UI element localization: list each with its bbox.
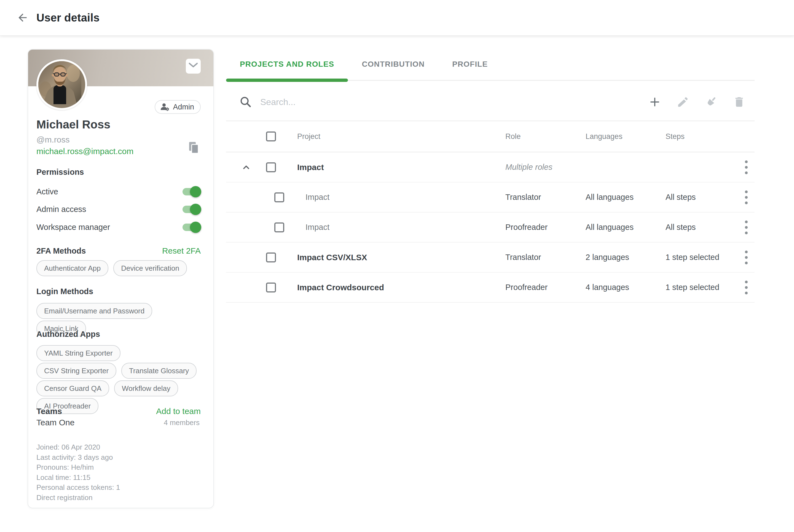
search-icon [239, 96, 252, 108]
kebab-menu-icon [745, 250, 748, 265]
twofa-chip: Authenticator App [36, 260, 108, 276]
permissions-title: Permissions [36, 168, 84, 177]
column-header-steps: Steps [665, 121, 738, 152]
chevron-up-icon [240, 162, 252, 173]
toggle-knob [190, 204, 201, 215]
row-checkbox[interactable] [266, 283, 276, 292]
admin-user-icon [160, 102, 170, 111]
languages-value: All languages [586, 193, 634, 202]
page-title: User details [36, 12, 99, 24]
toggle-label: Admin access [36, 205, 86, 214]
authorized-app-chip: CSV String Exporter [36, 363, 116, 379]
clean-button[interactable] [704, 95, 718, 109]
toggle-label: Workspace manager [36, 223, 110, 232]
row-menu-button[interactable] [740, 218, 752, 236]
languages-value: 2 languages [586, 253, 629, 262]
team-member-count: 4 members [164, 418, 200, 427]
toggle-label: Active [36, 187, 58, 196]
project-name: Impact CSV/XLSX [297, 253, 367, 262]
user-name: Michael Ross [36, 118, 110, 131]
authorized-app-chip: Workflow delay [114, 380, 178, 396]
row-menu-button[interactable] [740, 158, 752, 176]
meta-local-time: Local time: 11:15 [36, 473, 120, 483]
role-value: Multiple roles [505, 163, 552, 172]
trash-icon [733, 96, 745, 108]
copy-email-button[interactable] [187, 141, 200, 155]
row-checkbox[interactable] [274, 192, 284, 202]
delete-button[interactable] [733, 95, 746, 109]
project-name: Impact [297, 163, 324, 172]
row-menu-button[interactable] [740, 279, 752, 296]
kebab-menu-icon [745, 160, 748, 175]
meta-joined: Joined: 06 Apr 2020 [36, 442, 120, 452]
login-methods-title: Login Methods [36, 287, 93, 296]
column-header-languages: Languages [586, 121, 665, 152]
row-menu-button[interactable] [740, 249, 752, 266]
twofa-chips: Authenticator App Device verification [36, 260, 204, 276]
active-toggle[interactable] [183, 188, 201, 195]
send-email-button[interactable] [186, 59, 201, 74]
back-button[interactable] [16, 11, 29, 24]
clean-brush-icon [704, 95, 718, 109]
login-method-chip: Email/Username and Password [36, 303, 152, 319]
table-actions [648, 95, 746, 109]
steps-value: All steps [665, 223, 696, 232]
twofa-chip: Device verification [113, 260, 187, 276]
table-header: Project Role Languages Steps [226, 121, 755, 152]
meta-access-tokens: Personal access tokens: 1 [36, 482, 120, 493]
twofa-title: 2FA Methods [36, 246, 86, 255]
reset-2fa-link[interactable]: Reset 2FA [162, 246, 201, 255]
arrow-left-icon [17, 12, 29, 24]
user-email-link[interactable]: michael.ross@impact.com [36, 147, 133, 156]
role-value: Proofreader [505, 223, 548, 232]
authorized-apps-title: Authorized Apps [36, 330, 100, 339]
steps-value: All steps [665, 193, 696, 202]
add-to-team-link[interactable]: Add to team [156, 406, 201, 416]
edit-icon [677, 96, 689, 108]
languages-value: All languages [586, 223, 634, 232]
envelope-icon [187, 61, 199, 72]
table-row: Impact Crowdsourced Proofreader 4 langua… [226, 272, 755, 303]
avatar [36, 59, 87, 110]
kebab-menu-icon [745, 280, 748, 295]
tab-profile[interactable]: PROFILE [438, 49, 502, 80]
role-value: Translator [505, 253, 541, 262]
search-toolbar [226, 81, 755, 121]
row-checkbox[interactable] [266, 163, 276, 172]
app-header: User details [0, 0, 794, 36]
row-checkbox[interactable] [274, 223, 284, 232]
table-row: Impact Proofreader All languages All ste… [226, 212, 755, 243]
copy-icon [187, 141, 200, 155]
search-input[interactable] [260, 97, 648, 108]
edit-button[interactable] [676, 95, 689, 109]
row-checkbox[interactable] [266, 252, 276, 262]
toggle-knob [190, 186, 201, 197]
table-row: Impact CSV/XLSX Translator 2 languages 1… [226, 243, 755, 272]
kebab-menu-icon [745, 220, 748, 235]
user-profile-card: Admin Michael Ross @m.ross michael.ross@… [27, 49, 214, 508]
toggle-row-admin-access: Admin access [36, 203, 201, 216]
meta-last-activity: Last activity: 3 days ago [36, 452, 120, 462]
admin-access-toggle[interactable] [183, 206, 201, 213]
workspace-manager-toggle[interactable] [183, 224, 201, 231]
authorized-app-chip: Censor Guard QA [36, 380, 109, 396]
authorized-app-chips: YAML String Exporter CSV String Exporter… [36, 345, 204, 414]
add-icon [648, 95, 661, 109]
tab-projects-and-roles[interactable]: PROJECTS AND ROLES [226, 49, 348, 80]
steps-value: 1 step selected [665, 253, 719, 262]
table-row: Impact Multiple roles [226, 152, 755, 183]
add-button[interactable] [648, 95, 661, 109]
meta-registration: Direct registration [36, 493, 120, 503]
user-handle: @m.ross [36, 135, 70, 145]
column-header-role: Role [505, 121, 586, 152]
main-panel: PROJECTS AND ROLES CONTRIBUTION PROFILE [226, 49, 755, 303]
meta-pronouns: Pronouns: He/him [36, 462, 120, 473]
tab-contribution[interactable]: CONTRIBUTION [348, 49, 438, 80]
select-all-checkbox[interactable] [266, 132, 276, 141]
toggle-row-active: Active [36, 185, 201, 198]
table-row: Impact Translator All languages All step… [226, 183, 755, 212]
project-name: Impact Crowdsourced [297, 283, 384, 292]
collapse-row-button[interactable] [240, 162, 252, 173]
authorized-app-chip: YAML String Exporter [36, 345, 120, 361]
row-menu-button[interactable] [740, 189, 752, 206]
